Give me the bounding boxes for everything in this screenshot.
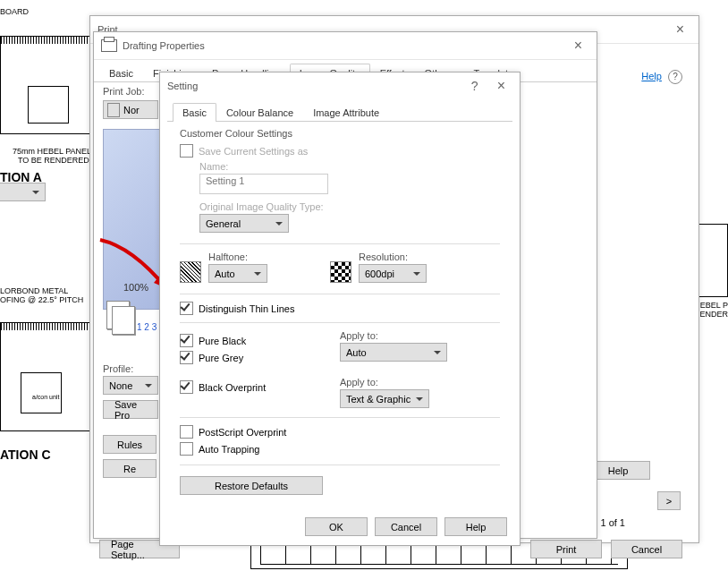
- mini-page-2: [112, 306, 135, 335]
- setting-tabs: Basic Colour Balance Image Attribute: [167, 99, 512, 122]
- postscript-overprint-checkbox[interactable]: [180, 425, 193, 439]
- setting-tab-image-attr[interactable]: Image Attribute: [303, 103, 389, 122]
- zoom-level: 100%: [123, 282, 148, 293]
- apply-to-1-label: Apply to:: [340, 330, 500, 341]
- elevation-a-box: [0, 36, 98, 134]
- print-unknown-dropdown[interactable]: [0, 183, 46, 201]
- elevation-c-label: ATION C: [0, 447, 51, 462]
- help-icon[interactable]: ?: [668, 70, 682, 84]
- print-close-button[interactable]: ×: [669, 19, 691, 40]
- black-overprint-label: Black Overprint: [199, 382, 266, 393]
- ccs-heading: Customer Colour Settings: [180, 128, 500, 139]
- auto-trapping-checkbox[interactable]: [180, 442, 193, 456]
- halftone-label: Halftone:: [208, 251, 267, 262]
- note-roof-2: OFING @ 22.5° PITCH: [0, 295, 83, 304]
- name-input[interactable]: Setting 1: [199, 174, 328, 194]
- drafting-close-button[interactable]: ×: [567, 35, 589, 56]
- profile-dropdown[interactable]: None: [103, 376, 158, 395]
- print-job-label: Print Job:: [103, 86, 167, 97]
- postscript-overprint-label: PostScript Overprint: [199, 427, 286, 438]
- re-button[interactable]: Re: [103, 459, 157, 478]
- halftone-icon: [180, 261, 201, 283]
- print-job-button[interactable]: Nor: [103, 100, 158, 119]
- note-hebel-2: TO BE RENDERED: [18, 156, 89, 165]
- setting-close-button[interactable]: ×: [490, 74, 512, 97]
- setting-tab-colour[interactable]: Colour Balance: [216, 103, 303, 122]
- print-button[interactable]: Print: [530, 540, 602, 558]
- print-next-page-button[interactable]: >: [657, 491, 681, 510]
- printer-icon: [101, 39, 117, 52]
- auto-trapping-label: Auto Trapping: [199, 444, 260, 455]
- drafting-titlebar: Drafting Properties ×: [94, 32, 597, 60]
- document-icon: [107, 103, 120, 117]
- note-hebel-1: 75mm HEBEL PANEL: [13, 147, 91, 156]
- profile-label: Profile:: [103, 363, 167, 374]
- save-current-checkbox[interactable]: [180, 144, 193, 158]
- save-current-label: Save Current Settings as: [199, 146, 308, 157]
- setting-cancel-button[interactable]: Cancel: [375, 517, 437, 536]
- pure-black-checkbox[interactable]: [180, 334, 193, 347]
- oiqt-dropdown[interactable]: General: [199, 214, 289, 233]
- resolution-label: Resolution:: [359, 251, 427, 262]
- rules-button[interactable]: Rules: [103, 435, 157, 454]
- setting-tab-basic[interactable]: Basic: [173, 103, 216, 122]
- apply-to-2-dropdown[interactable]: Text & Graphic: [340, 389, 429, 408]
- oiqt-label: Original Image Quality Type:: [199, 201, 500, 212]
- apply-to-2-label: Apply to:: [340, 377, 500, 388]
- note-ac: a/con unit: [32, 394, 59, 400]
- elevation-c-box: [0, 322, 98, 431]
- setting-help-button[interactable]: ?: [462, 75, 487, 97]
- setting-titlebar: Setting ? ×: [160, 72, 520, 99]
- distinguish-thin-lines-label: Distinguish Thin Lines: [199, 303, 294, 314]
- note-board: BOARD: [0, 7, 29, 16]
- note-roof-1: LORBOND METAL: [0, 286, 68, 295]
- apply-to-1-dropdown[interactable]: Auto: [340, 343, 447, 362]
- help-link-wrap: Help ?: [641, 70, 682, 84]
- black-overprint-checkbox[interactable]: [180, 380, 193, 394]
- pure-grey-checkbox[interactable]: [180, 351, 193, 364]
- drafting-title: Drafting Properties: [123, 40, 205, 51]
- restore-defaults-button[interactable]: Restore Defaults: [180, 476, 323, 495]
- setting-title: Setting: [167, 81, 198, 91]
- tab-basic[interactable]: Basic: [99, 64, 143, 82]
- resolution-dropdown[interactable]: 600dpi: [359, 264, 427, 283]
- right-elev-box-1: [696, 224, 728, 297]
- setting-help-button2[interactable]: Help: [444, 517, 507, 536]
- setting-ok-button[interactable]: OK: [305, 517, 368, 536]
- setting-dialog: Setting ? × Basic Colour Balance Image A…: [159, 72, 521, 546]
- distinguish-thin-lines-checkbox[interactable]: [180, 302, 193, 315]
- pure-grey-label: Pure Grey: [199, 353, 243, 363]
- print-job-value: Nor: [123, 105, 140, 115]
- pure-black-label: Pure Black: [199, 336, 246, 346]
- print-cancel-button[interactable]: Cancel: [611, 540, 682, 558]
- name-label: Name:: [199, 161, 500, 172]
- help-link[interactable]: Help: [641, 71, 662, 81]
- save-profile-button[interactable]: Save Pro: [103, 400, 158, 419]
- page-numbers: 1 2 3: [137, 322, 157, 332]
- halftone-dropdown[interactable]: Auto: [208, 264, 267, 283]
- resolution-icon: [330, 261, 351, 283]
